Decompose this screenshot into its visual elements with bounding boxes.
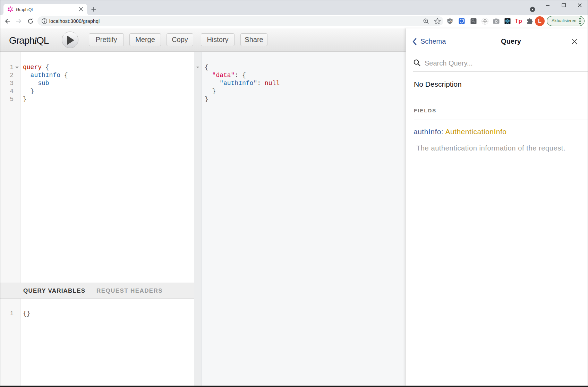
svg-text:uO: uO	[448, 20, 452, 23]
